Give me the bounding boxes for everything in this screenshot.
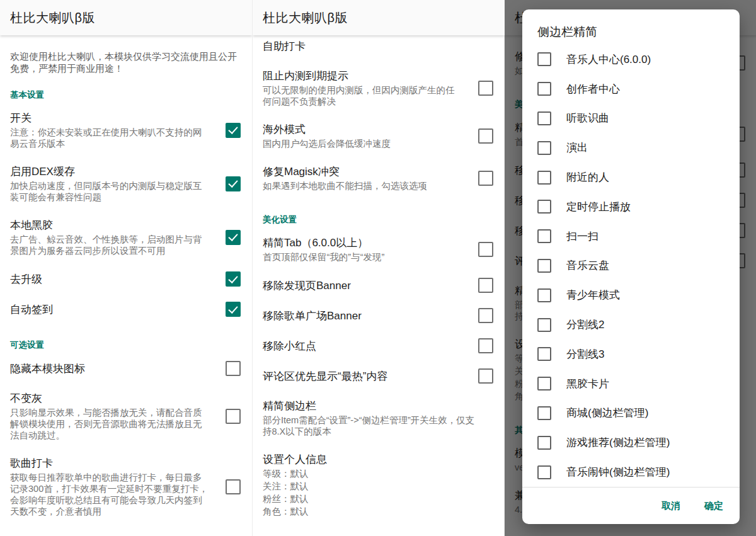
dialog-option-label: 黑胶卡片 — [566, 377, 609, 391]
setting-row[interactable]: 海外模式国内用户勾选后会降低缓冲速度 — [253, 115, 505, 157]
setting-text: 开关注意：你还未安装或正在使用大喇叭不支持的网易云音乐版本 — [10, 111, 226, 149]
dialog-option-label: 听歌识曲 — [566, 111, 609, 125]
checkbox[interactable] — [537, 111, 551, 125]
dialog-option-row[interactable]: 听歌识曲 — [522, 104, 740, 134]
setting-row[interactable]: 设置个人信息等级：默认关注：默认粉丝：默认角色：默认 — [253, 445, 505, 525]
checkbox[interactable] — [478, 368, 493, 384]
checkbox[interactable] — [537, 229, 551, 243]
setting-title: 阻止内测到期提示 — [263, 69, 462, 83]
checkbox[interactable] — [537, 318, 551, 332]
checkbox[interactable] — [478, 81, 493, 96]
setting-row[interactable]: 隐藏本模块图标 — [0, 353, 252, 384]
setting-row[interactable]: 评论区优先显示“最热”内容 — [253, 361, 505, 391]
checkbox[interactable] — [226, 479, 241, 494]
dialog-option-row[interactable]: 音乐闹钟(侧边栏管理) — [522, 457, 740, 487]
dialog-option-row[interactable]: 分割线3 — [522, 339, 740, 369]
setting-row[interactable]: 阻止内测到期提示可以无限制的使用内测版，但因内测版产生的任何问题不负责解决 — [253, 61, 505, 115]
checkbox[interactable] — [537, 406, 551, 420]
setting-subtitle-line: 粉丝：默认 — [263, 493, 477, 505]
settings-screen-middle: 杜比大喇叭β版 自助打卡阻止内测到期提示可以无限制的使用内测版，但因内测版产生的… — [252, 0, 505, 536]
settings-screen-left: 杜比大喇叭β版 欢迎使用杜比大喇叭，本模块仅供学习交流使用且公开免费，严禁用于商… — [0, 0, 252, 536]
dialog-option-row[interactable]: 演出 — [522, 133, 740, 163]
setting-row[interactable]: 开关注意：你还未安装或正在使用大喇叭不支持的网易云音乐版本 — [0, 103, 252, 157]
checkbox[interactable] — [478, 242, 493, 257]
setting-row[interactable]: 精简Tab（6.0.0以上）首页顶部仅保留“我的”与“发现” — [253, 228, 505, 270]
settings-list: 欢迎使用杜比大喇叭，本模块仅供学习交流使用且公开免费，严禁用于商业用途！基本设置… — [0, 35, 252, 525]
checkbox[interactable] — [226, 123, 241, 138]
setting-row[interactable]: 自动签到 — [0, 294, 252, 324]
sidebar-trim-dialog: 侧边栏精简 音乐人中心(6.0.0)创作者中心听歌识曲演出附近的人定时停止播放扫… — [522, 9, 740, 524]
checkbox[interactable] — [478, 171, 493, 186]
setting-subtitle: 如果遇到本地歌曲不能扫描，勾选该选项 — [263, 180, 462, 191]
dialog-option-row[interactable]: 黑胶卡片 — [522, 369, 740, 399]
checkbox[interactable] — [537, 465, 551, 479]
checkbox[interactable] — [537, 171, 551, 185]
checkbox[interactable] — [537, 436, 551, 450]
dialog-option-list: 音乐人中心(6.0.0)创作者中心听歌识曲演出附近的人定时停止播放扫一扫音乐云盘… — [522, 45, 740, 487]
setting-title: 修复Magisk冲突 — [263, 164, 462, 179]
checkbox[interactable] — [537, 288, 551, 302]
checkbox[interactable] — [226, 230, 241, 245]
setting-row[interactable]: 移除小红点 — [253, 331, 505, 361]
checkbox[interactable] — [226, 271, 241, 287]
checkbox[interactable] — [537, 52, 551, 66]
checkbox[interactable] — [537, 141, 551, 155]
checkbox[interactable] — [537, 347, 551, 361]
dialog-option-row[interactable]: 创作者中心 — [522, 74, 740, 104]
app-root: 杜比大喇叭β版 欢迎使用杜比大喇叭，本模块仅供学习交流使用且公开免费，严禁用于商… — [0, 0, 756, 536]
cancel-button[interactable]: 取消 — [662, 500, 680, 512]
dialog-option-row[interactable]: 定时停止播放 — [522, 192, 740, 222]
setting-row[interactable]: 自助打卡 — [253, 39, 505, 61]
checkbox[interactable] — [478, 308, 493, 323]
dialog-option-row[interactable]: 附近的人 — [522, 163, 740, 192]
setting-row[interactable]: 不变灰只影响显示效果，与能否播放无关，请配合音质解锁模块使用，否则无音源歌曲将无… — [0, 384, 252, 448]
checkbox[interactable] — [478, 128, 493, 144]
dialog-option-label: 扫一扫 — [566, 229, 598, 244]
dialog-option-row[interactable]: 青少年模式 — [522, 280, 740, 310]
dialog-option-label: 创作者中心 — [566, 82, 620, 96]
setting-row[interactable]: 修复Magisk冲突如果遇到本地歌曲不能扫描，勾选该选项 — [253, 157, 505, 199]
dialog-option-label: 音乐闹钟(侧边栏管理) — [566, 465, 670, 479]
setting-text: 设置个人信息等级：默认关注：默认粉丝：默认角色：默认 — [263, 452, 493, 517]
setting-subtitle: 首页顶部仅保留“我的”与“发现” — [263, 251, 462, 263]
setting-text: 不变灰只影响显示效果，与能否播放无关，请配合音质解锁模块使用，否则无音源歌曲将无… — [10, 391, 226, 441]
dialog-option-row[interactable]: 商城(侧边栏管理) — [522, 399, 740, 428]
checkbox[interactable] — [226, 361, 241, 376]
setting-row[interactable]: 歌曲打卡获取每日推荐歌单中的歌曲进行打卡，每日最多记录300首，打卡效果有一定延… — [0, 448, 252, 525]
checkbox[interactable] — [478, 338, 493, 353]
checkbox[interactable] — [537, 200, 551, 214]
welcome-text: 欢迎使用杜比大喇叭，本模块仅供学习交流使用且公开免费，严禁用于商业用途！ — [0, 43, 252, 74]
checkbox[interactable] — [226, 302, 241, 317]
setting-row[interactable]: 移除歌单广场Banner — [253, 300, 505, 331]
setting-text: 自动签到 — [10, 302, 226, 317]
checkbox[interactable] — [226, 409, 241, 424]
dialog-option-row[interactable]: 扫一扫 — [522, 222, 740, 251]
dialog-option-row[interactable]: 分割线2 — [522, 310, 740, 339]
checkbox[interactable] — [226, 176, 241, 191]
setting-subtitle: 国内用户勾选后会降低缓冲速度 — [263, 138, 462, 149]
ok-button[interactable]: 确定 — [704, 500, 723, 512]
setting-subtitle-line: 等级：默认 — [263, 468, 477, 479]
checkbox[interactable] — [537, 82, 551, 96]
dialog-option-row[interactable]: 音乐人中心(6.0.0) — [522, 45, 740, 74]
dialog-option-label: 游戏推荐(侧边栏管理) — [566, 435, 670, 450]
dialog-option-label: 分割线2 — [566, 317, 604, 332]
setting-text: 移除歌单广场Banner — [263, 309, 478, 323]
setting-title: 歌曲打卡 — [10, 456, 209, 470]
setting-text: 隐藏本模块图标 — [10, 362, 226, 376]
setting-text: 去升级 — [10, 272, 226, 287]
dialog-option-row[interactable]: 游戏推荐(侧边栏管理) — [522, 428, 740, 457]
setting-row[interactable]: 启用DEX缓存加快启动速度，但同版本号的内测版与稳定版互装可能会有兼容性问题 — [0, 157, 252, 210]
setting-row[interactable]: 本地黑胶去广告、鲸云音效、个性换肤等，启动图片与背景图片为服务器云同步所以设置不… — [0, 210, 252, 264]
checkbox[interactable] — [537, 377, 551, 391]
dialog-option-row[interactable]: 音乐云盘 — [522, 251, 740, 281]
setting-title: 海外模式 — [263, 122, 462, 137]
setting-row[interactable]: 去升级 — [0, 264, 252, 294]
setting-row[interactable]: 移除发现页Banner — [253, 270, 505, 300]
checkbox[interactable] — [537, 259, 551, 273]
dialog-option-label: 音乐云盘 — [566, 258, 609, 273]
checkbox[interactable] — [478, 278, 493, 293]
setting-title: 移除小红点 — [263, 339, 462, 353]
setting-row[interactable]: 精简侧边栏部分Item需配合“设置”->“侧边栏管理”开关生效，仅支持8.X以下… — [253, 391, 505, 445]
dialog-actions: 取消 确定 — [522, 487, 740, 524]
